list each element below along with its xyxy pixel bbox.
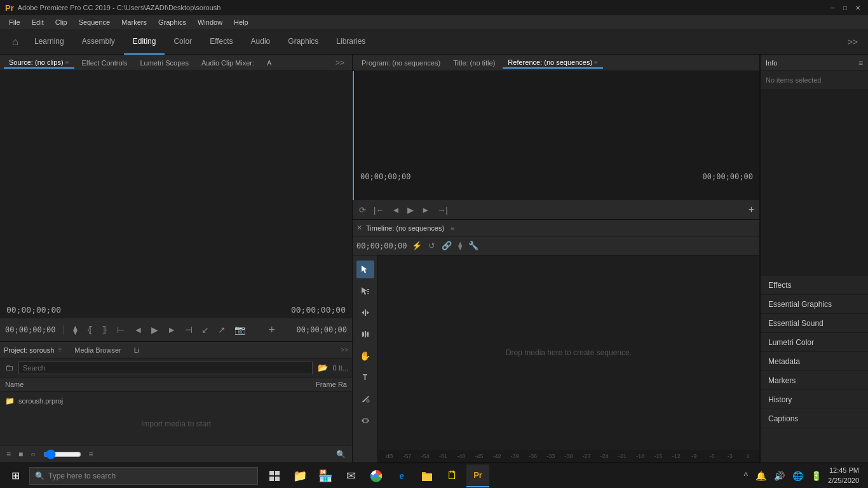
timeline-menu[interactable]: ≡	[451, 224, 454, 232]
minimize-button[interactable]: ─	[827, 3, 837, 13]
footer-list-view[interactable]: ≡	[4, 449, 13, 460]
source-play[interactable]: ▶	[149, 323, 160, 336]
ws-tab-graphics[interactable]: Graphics	[279, 29, 327, 55]
media-browser-tab[interactable]: Media Browser	[74, 346, 121, 354]
tray-battery[interactable]: 🔋	[810, 470, 823, 482]
source-overwrite[interactable]: ↗	[216, 323, 227, 336]
taskbar-sticky-notes[interactable]: 🗒	[441, 464, 464, 487]
project-panel-menu[interactable]: ≡	[58, 346, 62, 353]
source-add-marker[interactable]: ⧫	[71, 323, 79, 336]
source-panel-more[interactable]: >>	[332, 57, 348, 69]
ws-tab-audio[interactable]: Audio	[242, 29, 280, 55]
tab-a[interactable]: A	[262, 58, 276, 68]
right-panel-effects[interactable]: Effects	[761, 276, 868, 295]
project-more-btn[interactable]: >>	[341, 346, 348, 353]
prog-ctrl-step-back[interactable]: ◄	[390, 204, 401, 216]
prog-ctrl-out[interactable]: →|	[436, 204, 449, 216]
source-add[interactable]: +	[267, 322, 278, 338]
tab-audio-clip-mixer[interactable]: Audio Clip Mixer:	[196, 58, 259, 68]
menu-edit[interactable]: Edit	[27, 17, 49, 27]
hand-tool-btn[interactable]: ✋	[356, 347, 374, 365]
tl-ctrl-wrench[interactable]: 🔧	[467, 240, 480, 252]
right-panel-captions[interactable]: Captions	[761, 409, 868, 428]
slip-tool-btn[interactable]	[356, 412, 374, 430]
track-select-tool-btn[interactable]	[356, 282, 374, 300]
source-insert[interactable]: ↙	[200, 323, 211, 336]
tray-notifications[interactable]: 🔔	[754, 470, 768, 482]
taskbar-edge[interactable]: e	[390, 464, 413, 487]
taskbar-task-view[interactable]	[263, 464, 286, 487]
type-tool-btn[interactable]: T	[356, 369, 374, 386]
ws-tab-editing[interactable]: Editing	[124, 29, 165, 55]
tray-show-hidden[interactable]: ^	[742, 470, 749, 482]
prog-ctrl-plus[interactable]: +	[749, 204, 754, 215]
right-panel-menu[interactable]: ≡	[858, 58, 863, 67]
taskbar-premiere-pro[interactable]: Pr	[466, 464, 489, 487]
right-panel-essential-graphics[interactable]: Essential Graphics	[761, 295, 868, 314]
rolling-edit-tool-btn[interactable]	[356, 325, 374, 343]
tl-ctrl-marker[interactable]: ⧫	[457, 240, 463, 252]
prog-ctrl-in[interactable]: |←	[372, 204, 385, 216]
project-new-bin[interactable]: 📂	[316, 362, 329, 374]
footer-icon-view[interactable]: ■	[16, 449, 25, 460]
maximize-button[interactable]: □	[840, 3, 850, 13]
razor-tool-btn[interactable]	[356, 390, 374, 408]
project-tab-title[interactable]: Project: soroush	[4, 346, 54, 354]
ws-tab-color[interactable]: Color	[165, 29, 201, 55]
footer-find[interactable]: 🔍	[334, 449, 348, 460]
tl-ctrl-snap[interactable]: ⚡	[410, 240, 423, 252]
taskbar-store[interactable]: 🏪	[314, 464, 337, 487]
menu-clip[interactable]: Clip	[50, 17, 72, 27]
right-panel-markers[interactable]: Markers	[761, 371, 868, 390]
ripple-edit-tool-btn[interactable]	[356, 304, 374, 322]
libraries-tab[interactable]: Li	[134, 346, 140, 354]
taskbar-file-explorer-2[interactable]	[416, 464, 438, 487]
source-step-fwd[interactable]: ►	[165, 323, 178, 336]
selection-tool-btn[interactable]	[356, 261, 374, 278]
ws-tab-effects[interactable]: Effects	[201, 29, 241, 55]
ws-tab-assembly[interactable]: Assembly	[73, 29, 124, 55]
tab-reference[interactable]: Reference: (no sequences) ≡	[503, 57, 603, 69]
menu-help[interactable]: Help	[229, 17, 254, 27]
tab-title[interactable]: Title: (no title)	[448, 58, 500, 68]
timeline-close[interactable]: ✕	[356, 224, 362, 232]
taskbar-file-explorer[interactable]: 📁	[288, 464, 311, 487]
source-in-point[interactable]: ⦃	[85, 323, 95, 336]
right-panel-lumetri-color[interactable]: Lumetri Color	[761, 333, 868, 352]
source-out-point[interactable]: ⦄	[100, 323, 110, 336]
source-step-back[interactable]: ◄	[132, 323, 144, 336]
prog-ctrl-loop[interactable]: ⟳	[358, 204, 367, 216]
source-export-frame[interactable]: 📷	[233, 323, 247, 336]
taskbar-chrome[interactable]	[365, 464, 388, 487]
home-button[interactable]: ⌂	[5, 32, 25, 52]
right-panel-essential-sound[interactable]: Essential Sound	[761, 314, 868, 333]
tl-ctrl-undo[interactable]: ↺	[427, 240, 437, 252]
close-button[interactable]: ✕	[853, 3, 863, 13]
source-go-in[interactable]: ⊢	[115, 323, 126, 336]
tab-effect-controls[interactable]: Effect Controls	[77, 58, 133, 68]
menu-markers[interactable]: Markers	[116, 17, 152, 27]
prog-ctrl-step-fwd[interactable]: ►	[420, 204, 431, 216]
workspace-more-button[interactable]: >>	[843, 34, 863, 50]
start-button[interactable]: ⊞	[4, 464, 27, 487]
ws-tab-learning[interactable]: Learning	[25, 29, 73, 55]
tl-ctrl-linked[interactable]: 🔗	[440, 240, 453, 252]
menu-window[interactable]: Window	[193, 17, 227, 27]
source-go-out[interactable]: ⊣	[183, 323, 194, 336]
footer-freeform-view[interactable]: ○	[28, 449, 37, 460]
tray-network[interactable]: 🌐	[791, 470, 804, 482]
tray-volume[interactable]: 🔊	[773, 470, 786, 482]
prog-ctrl-play[interactable]: ▶	[406, 204, 415, 216]
taskbar-mail[interactable]: ✉	[339, 464, 362, 487]
zoom-slider[interactable]	[43, 449, 81, 459]
tab-source[interactable]: Source: (no clips) ≡	[4, 57, 74, 69]
menu-graphics[interactable]: Graphics	[153, 17, 191, 27]
right-panel-history[interactable]: History	[761, 390, 868, 409]
tab-lumetri-scopes[interactable]: Lumetri Scopes	[135, 58, 193, 68]
ws-tab-libraries[interactable]: Libraries	[327, 29, 374, 55]
taskbar-search[interactable]: 🔍 Type here to search	[29, 467, 258, 485]
menu-file[interactable]: File	[4, 17, 25, 27]
project-file-item[interactable]: 📁 soroush.prproj	[5, 395, 347, 407]
menu-sequence[interactable]: Sequence	[74, 17, 116, 27]
tab-program[interactable]: Program: (no sequences)	[356, 58, 445, 68]
